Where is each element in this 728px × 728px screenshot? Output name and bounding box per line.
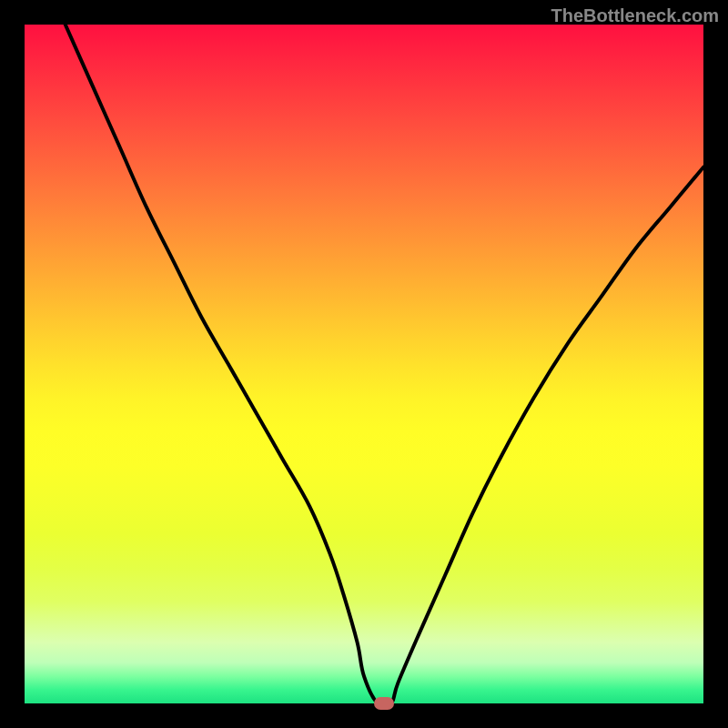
optimum-marker (374, 697, 394, 710)
bottleneck-curve (25, 25, 703, 703)
chart-container: TheBottleneck.com (0, 0, 728, 728)
watermark-text: TheBottleneck.com (551, 5, 719, 26)
